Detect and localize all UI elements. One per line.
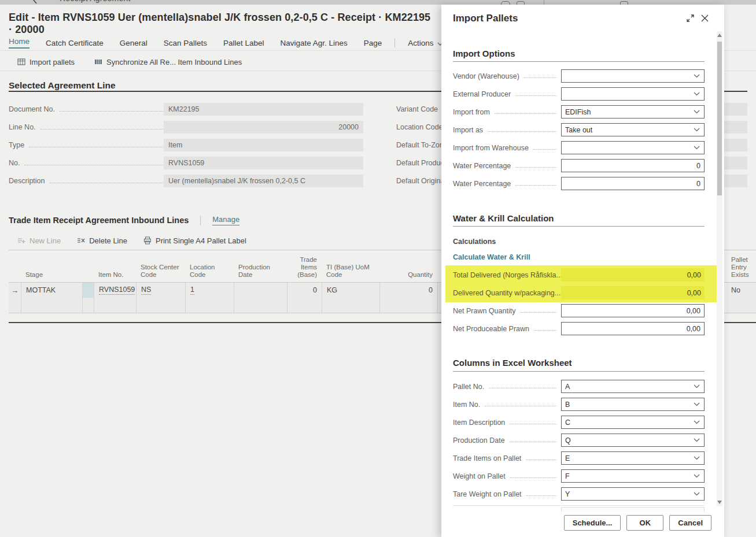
highlight-band: Total Delivered (Norges Råfiskla... 0,00… — [445, 265, 717, 302]
delivered-quantity-field[interactable]: 0,00 — [561, 286, 705, 299]
weight-column-select[interactable]: F — [561, 469, 705, 483]
section-rule — [453, 226, 705, 227]
tab-home[interactable]: Home — [9, 37, 29, 49]
col-header-production-date[interactable]: Production Date — [234, 258, 287, 282]
description-field[interactable]: Uer (mentella)snabel J/K frossen 0,2-0,5… — [164, 175, 363, 187]
item-no-column-select[interactable]: B — [561, 398, 705, 411]
external-producer-select[interactable] — [561, 87, 705, 101]
water-percentage-input[interactable]: 0 — [561, 159, 705, 172]
scrollbar-thumb[interactable] — [717, 42, 722, 195]
col-header-trade-items[interactable]: Trade Items (Base) — [287, 258, 322, 282]
grid-toolbar: New Line Delete Line Print Single A4 Pal… — [17, 235, 246, 246]
col-header-item-no[interactable]: Item No. — [94, 258, 136, 282]
chevron-down-icon — [694, 74, 700, 78]
clipped-next-field — [561, 507, 705, 512]
water-percentage-input-2[interactable]: 0 — [561, 177, 705, 190]
row-marker[interactable] — [9, 298, 21, 313]
scroll-up-icon[interactable] — [717, 34, 722, 37]
tab-general[interactable]: General — [120, 39, 147, 47]
total-delivered-field[interactable]: 0,00 — [561, 268, 705, 282]
trade-items-column-select[interactable]: E — [561, 451, 705, 465]
synchronize-button[interactable]: Synchronize All Re... Item Inbound Lines — [94, 58, 242, 66]
tab-actions[interactable]: Actions — [408, 39, 442, 47]
back-chevron-icon[interactable] — [32, 0, 38, 5]
type-field[interactable]: Item — [164, 139, 363, 151]
section-title-selected-agreement: Selected Agreement Line — [9, 80, 116, 91]
tab-scan-pallets[interactable]: Scan Pallets — [164, 39, 207, 47]
empty-cell[interactable] — [379, 298, 437, 313]
cell-production-date[interactable] — [234, 283, 287, 298]
tab-catch-certificate[interactable]: Catch Certificate — [46, 39, 104, 47]
expand-dialog-icon[interactable] — [686, 14, 695, 23]
field-label: Line No. — [9, 123, 36, 131]
pallet-no-column-select[interactable]: A — [561, 380, 705, 393]
document-no-field[interactable]: KM22195 — [164, 103, 363, 116]
cell-quantity[interactable]: 0 — [379, 283, 437, 298]
cell-item-no[interactable]: RVNS1059 — [94, 283, 136, 298]
dialog-row-item-description: Item Description C — [453, 416, 705, 429]
new-line-button[interactable]: New Line — [17, 236, 61, 245]
row-marker[interactable]: → — [9, 283, 21, 298]
col-header-pallet-entry-exists[interactable]: Pallet Entry Exists — [727, 254, 755, 282]
manage-link[interactable]: Manage — [212, 215, 239, 225]
import-pallets-button[interactable]: Import pallets — [17, 58, 75, 66]
empty-cell[interactable] — [727, 298, 756, 313]
chevron-down-icon — [694, 474, 700, 478]
schedule-button[interactable]: Schedule... — [564, 515, 621, 531]
close-dialog-icon[interactable] — [700, 14, 709, 23]
item-description-column-select[interactable]: C — [561, 416, 705, 429]
net-prawn-quantity-input[interactable]: 0,00 — [561, 304, 705, 317]
empty-cell[interactable] — [322, 298, 379, 313]
dialog-scrollbar[interactable] — [717, 31, 722, 506]
print-pallet-label-button[interactable]: Print Single A4 Pallet Label — [143, 236, 246, 245]
dialog-row-delivered-quantity: Delivered Quantity w/packaging... 0,00 — [453, 286, 705, 299]
cell-indicator[interactable] — [82, 283, 94, 298]
import-pallets-dialog: Import Pallets Import Options Vendor (Wa… — [441, 5, 724, 537]
empty-cell[interactable] — [234, 298, 287, 313]
ok-button[interactable]: OK — [626, 515, 663, 531]
vendor-warehouse-select[interactable] — [561, 69, 705, 83]
empty-cell[interactable] — [82, 298, 94, 313]
field-row-document-no: Document No. KM22195 — [9, 103, 363, 116]
empty-cell[interactable] — [21, 298, 82, 313]
scroll-down-icon[interactable] — [717, 501, 722, 504]
chevron-down-icon — [694, 146, 700, 150]
print-icon — [143, 236, 152, 245]
tab-navigate-agr-lines[interactable]: Navigate Agr. Lines — [280, 39, 347, 47]
calculate-water-krill-link[interactable]: Calculate Water & Krill — [453, 253, 530, 261]
tab-pallet-label[interactable]: Pallet Label — [223, 39, 264, 47]
header-divider — [200, 216, 201, 225]
production-date-column-select[interactable]: Q — [561, 434, 705, 447]
cell-pallet-entry-exists[interactable]: No — [727, 283, 756, 298]
cell-stage[interactable]: MOTTAK — [21, 283, 82, 298]
tare-weight-column-select[interactable]: Y — [561, 487, 705, 501]
import-from-warehouse-select[interactable] — [561, 141, 705, 154]
cell-trade-items[interactable]: 0 — [287, 283, 322, 298]
header-divider — [544, 0, 544, 5]
import-as-select[interactable]: Take out — [561, 123, 705, 136]
empty-cell[interactable] — [287, 298, 322, 313]
col-header-quantity[interactable]: Quantity — [399, 258, 437, 282]
delete-line-button[interactable]: Delete Line — [77, 236, 127, 245]
dialog-row-tare-weight-on-pallet: Tare Weight on Pallet Y — [453, 487, 705, 501]
line-no-field[interactable]: 20000 — [164, 121, 363, 134]
col-header-location-code[interactable]: Location Code — [185, 258, 234, 282]
section-title-import-options: Import Options — [453, 49, 515, 58]
import-from-select[interactable]: EDIFish — [561, 105, 705, 118]
no-field[interactable]: RVNS1059 — [164, 157, 363, 169]
cell-stock-center[interactable]: NS — [136, 283, 185, 298]
breadcrumb[interactable]: Receipt Agreement — [60, 0, 130, 3]
cancel-button[interactable]: Cancel — [669, 515, 711, 531]
dialog-row-water-percentage-1: Water Percentage 0 — [453, 159, 705, 172]
col-header-stock-center[interactable]: Stock Center Code — [136, 258, 185, 282]
synchronize-icon — [94, 58, 102, 66]
net-produceable-prawn-input[interactable]: 0,00 — [561, 322, 705, 335]
empty-cell[interactable] — [94, 298, 136, 313]
col-header-ti-uom[interactable]: TI (Base) UoM Code — [322, 258, 379, 282]
cell-ti-uom[interactable]: KG — [322, 283, 379, 298]
cell-location-code[interactable]: 1 — [185, 283, 234, 298]
col-header-stage[interactable]: Stage — [21, 258, 82, 282]
empty-cell[interactable] — [185, 298, 234, 313]
tab-page[interactable]: Page — [364, 39, 382, 47]
empty-cell[interactable] — [136, 298, 185, 313]
